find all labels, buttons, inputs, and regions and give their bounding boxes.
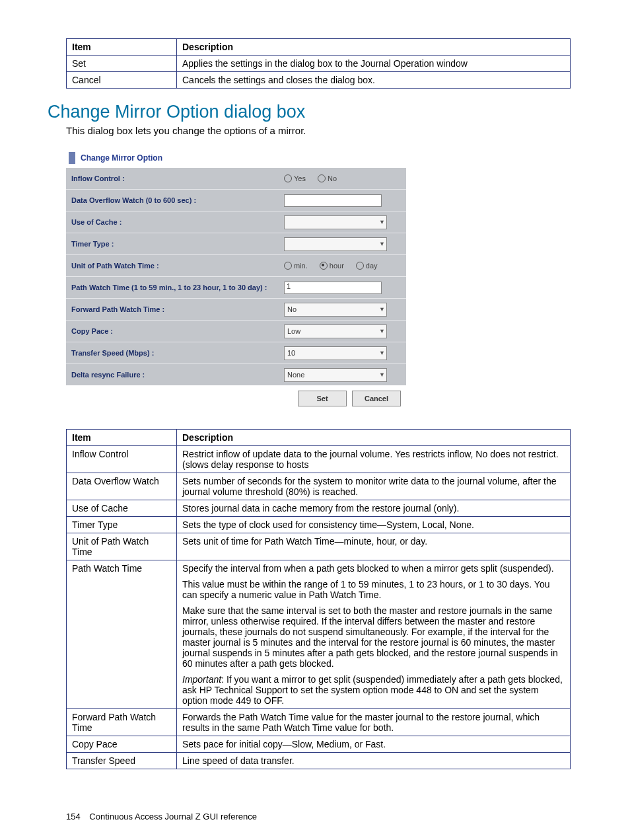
cell-item: Data Overflow Watch bbox=[67, 473, 177, 500]
radio-inflow-yes[interactable]: Yes bbox=[284, 174, 306, 182]
radio-label: No bbox=[328, 174, 337, 182]
label-use-of-cache: Use of Cache : bbox=[71, 218, 284, 226]
cell-item: Copy Pace bbox=[67, 736, 177, 753]
table-row: Use of Cache Stores journal data in cach… bbox=[67, 500, 571, 517]
radio-label: Yes bbox=[294, 174, 306, 182]
cell-item: Use of Cache bbox=[67, 500, 177, 517]
select-transfer-speed[interactable]: 10▼ bbox=[284, 346, 387, 360]
pwt-para-1: Specify the interval from when a path ge… bbox=[182, 563, 565, 574]
radio-label: hour bbox=[330, 262, 344, 270]
cell-item: Timer Type bbox=[67, 517, 177, 533]
chevron-down-icon: ▼ bbox=[379, 219, 385, 225]
cell-item: Unit of Path Watch Time bbox=[67, 533, 177, 560]
col-description: Description bbox=[177, 39, 571, 56]
cell-item: Transfer Speed bbox=[67, 753, 177, 769]
cell-desc: Line speed of data transfer. bbox=[177, 753, 571, 769]
pwt-para-3: Make sure that the same interval is set … bbox=[182, 605, 565, 669]
select-copy-pace[interactable]: Low▼ bbox=[284, 325, 387, 338]
pwt-important: Important: If you want a mirror to get s… bbox=[182, 674, 565, 706]
select-timer-type[interactable]: ▼ bbox=[284, 237, 387, 251]
cell-desc: Applies the settings in the dialog box t… bbox=[177, 56, 571, 72]
chevron-down-icon: ▼ bbox=[379, 350, 385, 356]
cell-item: Inflow Control bbox=[67, 446, 177, 473]
col-item: Item bbox=[67, 430, 177, 446]
radio-unit-min[interactable]: min. bbox=[284, 262, 308, 270]
table-row: Transfer Speed Line speed of data transf… bbox=[67, 753, 571, 769]
chevron-down-icon: ▼ bbox=[379, 241, 385, 247]
dialog-title-bar-icon bbox=[69, 152, 75, 164]
label-copy-pace: Copy Pace : bbox=[71, 327, 284, 335]
label-data-overflow-watch: Data Overflow Watch (0 to 600 sec) : bbox=[71, 196, 284, 204]
table-row: Cancel Cancels the settings and closes t… bbox=[67, 72, 571, 89]
section-intro: This dialog box lets you change the opti… bbox=[66, 125, 571, 136]
select-use-of-cache[interactable]: ▼ bbox=[284, 215, 387, 229]
cancel-button[interactable]: Cancel bbox=[352, 391, 401, 406]
item-description-table-2: Item Description Inflow Control Restrict… bbox=[66, 429, 571, 769]
cell-desc: Forwards the Path Watch Time value for t… bbox=[177, 709, 571, 736]
select-forward-path-watch-time[interactable]: No▼ bbox=[284, 303, 387, 317]
cell-desc: Sets unit of time for Path Watch Time—mi… bbox=[177, 533, 571, 560]
table-row: Set Applies the settings in the dialog b… bbox=[67, 56, 571, 72]
cell-item: Set bbox=[67, 56, 177, 72]
label-unit-of-path-watch-time: Unit of Path Watch Time : bbox=[71, 262, 284, 270]
cell-desc: Restrict inflow of update data to the jo… bbox=[177, 446, 571, 473]
label-transfer-speed: Transfer Speed (Mbps) : bbox=[71, 349, 284, 357]
table-row: Copy Pace Sets pace for initial copy—Slo… bbox=[67, 736, 571, 753]
label-timer-type: Timer Type : bbox=[71, 240, 284, 248]
cell-desc: Sets number of seconds for the system to… bbox=[177, 473, 571, 500]
label-delta-resync-failure: Delta resync Failure : bbox=[71, 371, 284, 379]
page-footer: 154 Continuous Access Journal Z GUI refe… bbox=[66, 812, 257, 821]
cell-item: Forward Path Watch Time bbox=[67, 709, 177, 736]
radio-unit-hour[interactable]: hour bbox=[320, 262, 344, 270]
table-row: Inflow Control Restrict inflow of update… bbox=[67, 446, 571, 473]
dialog-title: Change Mirror Option bbox=[81, 153, 162, 163]
cell-item: Cancel bbox=[67, 72, 177, 89]
col-item: Item bbox=[67, 39, 177, 56]
page-number: 154 bbox=[66, 812, 81, 821]
cell-desc: Sets the type of clock used for consiste… bbox=[177, 517, 571, 533]
radio-inflow-no[interactable]: No bbox=[318, 174, 337, 182]
item-description-table-1: Item Description Set Applies the setting… bbox=[66, 38, 571, 89]
pwt-para-2: This value must be within the range of 1… bbox=[182, 579, 565, 600]
important-label: Important bbox=[182, 674, 221, 685]
input-path-watch-time[interactable]: 1 bbox=[284, 282, 382, 294]
cell-desc: Cancels the settings and closes the dial… bbox=[177, 72, 571, 89]
radio-label: min. bbox=[294, 262, 308, 270]
select-delta-resync-failure[interactable]: None▼ bbox=[284, 368, 387, 382]
radio-label: day bbox=[366, 262, 378, 270]
footer-title: Continuous Access Journal Z GUI referenc… bbox=[89, 812, 257, 821]
radio-unit-day[interactable]: day bbox=[356, 262, 378, 270]
input-data-overflow-watch[interactable] bbox=[284, 194, 382, 207]
important-text: : If you want a mirror to get split (sus… bbox=[182, 674, 563, 706]
table-row: Unit of Path Watch Time Sets unit of tim… bbox=[67, 533, 571, 560]
label-forward-path-watch-time: Forward Path Watch Time : bbox=[71, 305, 284, 313]
chevron-down-icon: ▼ bbox=[379, 328, 385, 334]
cell-desc: Specify the interval from when a path ge… bbox=[177, 560, 571, 709]
label-inflow-control: Inflow Control : bbox=[71, 174, 284, 182]
label-path-watch-time: Path Watch Time (1 to 59 min., 1 to 23 h… bbox=[71, 284, 284, 291]
section-title: Change Mirror Option dialog box bbox=[48, 102, 571, 122]
table-row: Forward Path Watch Time Forwards the Pat… bbox=[67, 709, 571, 736]
change-mirror-option-dialog: Change Mirror Option Inflow Control : Ye… bbox=[66, 148, 406, 412]
chevron-down-icon: ▼ bbox=[379, 306, 385, 313]
set-button[interactable]: Set bbox=[298, 391, 347, 406]
table-row: Data Overflow Watch Sets number of secon… bbox=[67, 473, 571, 500]
cell-desc: Sets pace for initial copy—Slow, Medium,… bbox=[177, 736, 571, 753]
cell-item: Path Watch Time bbox=[67, 560, 177, 709]
table-row: Timer Type Sets the type of clock used f… bbox=[67, 517, 571, 533]
table-row: Path Watch Time Specify the interval fro… bbox=[67, 560, 571, 709]
col-description: Description bbox=[177, 430, 571, 446]
chevron-down-icon: ▼ bbox=[379, 371, 385, 378]
cell-desc: Stores journal data in cache memory from… bbox=[177, 500, 571, 517]
